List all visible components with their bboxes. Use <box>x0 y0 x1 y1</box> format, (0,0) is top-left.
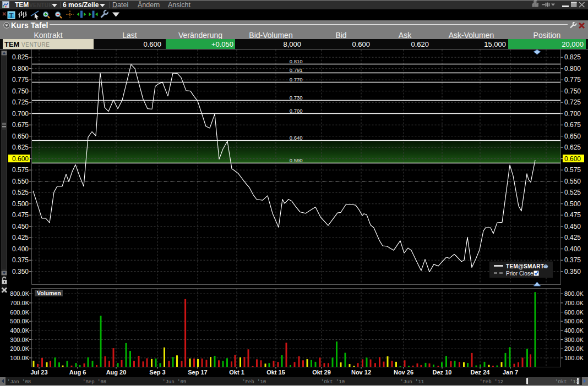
svg-text:200.0K: 200.0K <box>564 345 584 352</box>
svg-text:0.625: 0.625 <box>564 144 581 151</box>
svg-text:0.775: 0.775 <box>564 76 581 84</box>
svg-text:0.800: 0.800 <box>12 65 29 73</box>
svg-text:Okt 29: Okt 29 <box>312 369 331 376</box>
svg-text:Aug 6: Aug 6 <box>69 369 86 376</box>
svg-text:Aug 20: Aug 20 <box>106 369 127 376</box>
svg-text:0.500: 0.500 <box>12 200 29 208</box>
svg-text:300.0K: 300.0K <box>10 337 30 343</box>
svg-text:0.475: 0.475 <box>564 211 581 219</box>
svg-text:0.730: 0.730 <box>290 95 303 101</box>
svg-text:300.0K: 300.0K <box>564 337 584 343</box>
svg-text:0.725: 0.725 <box>12 98 29 106</box>
svg-text:0.775: 0.775 <box>12 76 29 84</box>
svg-text:'Jun '09: 'Jun '09 <box>162 379 186 385</box>
svg-text:100.0K: 100.0K <box>10 355 30 361</box>
svg-text:0.650: 0.650 <box>564 133 581 140</box>
svg-text:0.450: 0.450 <box>12 223 29 230</box>
svg-text:800.0K: 800.0K <box>564 290 584 297</box>
svg-text:Okt 1: Okt 1 <box>229 369 244 376</box>
svg-text:Jan 7: Jan 7 <box>503 369 518 376</box>
svg-text:Nov 12: Nov 12 <box>351 369 371 376</box>
svg-text:0.350: 0.350 <box>12 268 29 275</box>
svg-text:400.0K: 400.0K <box>564 327 584 334</box>
svg-text:0.640: 0.640 <box>290 135 303 141</box>
svg-text:0.350: 0.350 <box>564 268 581 275</box>
svg-text:Volumen: Volumen <box>37 290 61 296</box>
svg-text:500.0K: 500.0K <box>10 318 30 324</box>
svg-text:0.770: 0.770 <box>290 76 303 82</box>
svg-text:600.0K: 600.0K <box>564 309 584 316</box>
svg-text:Nov 26: Nov 26 <box>394 369 413 376</box>
svg-text:0.675: 0.675 <box>12 121 29 129</box>
svg-text:0.475: 0.475 <box>12 211 29 219</box>
svg-text:Jul 23: Jul 23 <box>30 369 47 376</box>
svg-text:0.750: 0.750 <box>564 87 581 95</box>
svg-text:0.800: 0.800 <box>564 65 581 73</box>
svg-text:0.375: 0.375 <box>12 256 29 264</box>
svg-text:Okt 15: Okt 15 <box>266 369 285 376</box>
svg-text:'Jan '08: 'Jan '08 <box>7 379 31 385</box>
svg-text:0.825: 0.825 <box>12 53 29 61</box>
svg-text:0.700: 0.700 <box>564 110 581 118</box>
svg-text:Sep 17: Sep 17 <box>188 369 207 376</box>
svg-text:0.675: 0.675 <box>564 121 581 129</box>
svg-text:0.500: 0.500 <box>564 200 581 208</box>
svg-text:0.725: 0.725 <box>564 98 581 106</box>
svg-text:'Okt '12: 'Okt '12 <box>555 379 579 385</box>
svg-text:0.550: 0.550 <box>12 178 29 185</box>
svg-text:'Feb '12: 'Feb '12 <box>480 379 503 385</box>
svg-text:0.375: 0.375 <box>564 256 581 264</box>
svg-text:Sep 3: Sep 3 <box>149 369 165 376</box>
svg-text:400.0K: 400.0K <box>10 327 30 334</box>
svg-text:0.650: 0.650 <box>12 133 29 140</box>
svg-text:0.450: 0.450 <box>564 223 581 230</box>
svg-text:500.0K: 500.0K <box>564 318 584 324</box>
svg-text:T: T <box>9 12 13 19</box>
svg-text:0.525: 0.525 <box>12 189 29 196</box>
svg-text:0.525: 0.525 <box>564 189 581 196</box>
svg-text:0.700: 0.700 <box>290 108 303 114</box>
svg-text:0.700: 0.700 <box>12 110 29 118</box>
svg-text:Dez 24: Dez 24 <box>471 369 491 376</box>
svg-text:0.825: 0.825 <box>564 53 581 61</box>
svg-text:100.0K: 100.0K <box>564 355 584 361</box>
svg-text:'Sep '08: 'Sep '08 <box>83 379 106 385</box>
svg-text:'Feb '10: 'Feb '10 <box>242 379 266 385</box>
svg-text:TEM@SMART: TEM@SMART <box>506 263 544 269</box>
svg-text:0.400: 0.400 <box>564 245 581 253</box>
svg-text:0.810: 0.810 <box>290 58 303 64</box>
svg-text:0.625: 0.625 <box>12 144 29 151</box>
svg-text:600.0K: 600.0K <box>10 309 30 316</box>
svg-text:'Okt '10: 'Okt '10 <box>321 379 345 385</box>
svg-text:0.590: 0.590 <box>290 157 303 163</box>
svg-text:0.550: 0.550 <box>564 178 581 185</box>
svg-text:0.791: 0.791 <box>290 67 303 73</box>
svg-text:800.0K: 800.0K <box>10 290 30 297</box>
svg-text:0.425: 0.425 <box>12 234 29 241</box>
svg-text:Dez 10: Dez 10 <box>433 369 452 376</box>
svg-text:0.750: 0.750 <box>12 87 29 95</box>
svg-text:0.425: 0.425 <box>564 234 581 241</box>
svg-text:700.0K: 700.0K <box>564 300 584 306</box>
svg-text:200.0K: 200.0K <box>10 345 30 352</box>
svg-text:0.575: 0.575 <box>564 166 581 174</box>
svg-text:0.400: 0.400 <box>12 245 29 253</box>
svg-text:Prior Close: Prior Close <box>506 271 533 277</box>
svg-text:0.600: 0.600 <box>12 155 29 163</box>
svg-text:700.0K: 700.0K <box>10 300 30 306</box>
svg-text:0.600: 0.600 <box>564 155 581 163</box>
svg-text:'Jun '11: 'Jun '11 <box>400 379 424 385</box>
svg-text:0.575: 0.575 <box>12 166 29 174</box>
